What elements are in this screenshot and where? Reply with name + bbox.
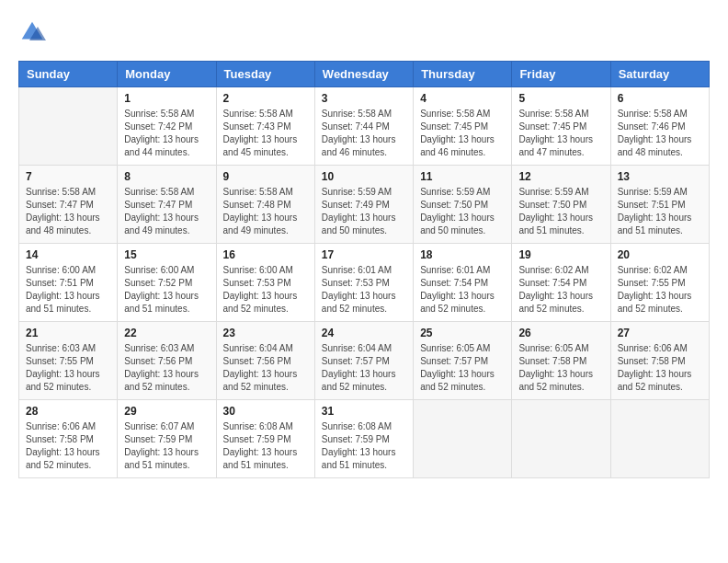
calendar-week-row: 1Sunrise: 5:58 AM Sunset: 7:42 PM Daylig… [19, 87, 710, 166]
day-of-week-header: Tuesday [216, 62, 314, 87]
calendar-table: SundayMondayTuesdayWednesdayThursdayFrid… [18, 61, 710, 478]
calendar-day-cell: 15Sunrise: 6:00 AM Sunset: 7:52 PM Dayli… [118, 244, 216, 322]
day-number: 2 [223, 92, 308, 105]
day-number: 28 [26, 405, 110, 418]
day-number: 6 [618, 92, 702, 105]
day-details: Sunrise: 6:01 AM Sunset: 7:54 PM Dayligh… [420, 264, 505, 316]
day-number: 24 [322, 327, 406, 339]
day-details: Sunrise: 5:58 AM Sunset: 7:48 PM Dayligh… [223, 186, 308, 237]
day-details: Sunrise: 6:05 AM Sunset: 7:58 PM Dayligh… [518, 342, 603, 394]
day-number: 22 [124, 327, 209, 339]
day-details: Sunrise: 5:59 AM Sunset: 7:49 PM Dayligh… [322, 186, 406, 237]
day-details: Sunrise: 6:08 AM Sunset: 7:59 PM Dayligh… [322, 420, 406, 472]
calendar-day-cell: 20Sunrise: 6:02 AM Sunset: 7:55 PM Dayli… [610, 244, 709, 322]
day-of-week-header: Sunday [19, 62, 118, 87]
day-details: Sunrise: 5:58 AM Sunset: 7:45 PM Dayligh… [518, 108, 603, 159]
day-details: Sunrise: 6:00 AM Sunset: 7:53 PM Dayligh… [223, 264, 308, 316]
day-number: 31 [322, 405, 406, 418]
day-number: 9 [223, 170, 308, 183]
calendar-day-cell: 23Sunrise: 6:04 AM Sunset: 7:56 PM Dayli… [216, 322, 314, 400]
day-number: 26 [518, 327, 603, 339]
calendar-day-cell: 3Sunrise: 5:58 AM Sunset: 7:44 PM Daylig… [314, 87, 413, 166]
day-number: 29 [124, 405, 209, 418]
day-number: 17 [322, 248, 406, 261]
page-header [18, 18, 710, 46]
day-details: Sunrise: 5:58 AM Sunset: 7:47 PM Dayligh… [124, 186, 209, 237]
calendar-day-cell: 14Sunrise: 6:00 AM Sunset: 7:51 PM Dayli… [19, 244, 118, 322]
calendar-day-cell: 16Sunrise: 6:00 AM Sunset: 7:53 PM Dayli… [216, 244, 314, 322]
day-details: Sunrise: 6:00 AM Sunset: 7:52 PM Dayligh… [124, 264, 209, 316]
day-details: Sunrise: 6:03 AM Sunset: 7:56 PM Dayligh… [124, 342, 209, 394]
calendar-day-cell: 22Sunrise: 6:03 AM Sunset: 7:56 PM Dayli… [118, 322, 216, 400]
calendar-day-cell: 10Sunrise: 5:59 AM Sunset: 7:49 PM Dayli… [314, 166, 413, 244]
day-number: 3 [322, 92, 406, 105]
calendar-day-cell: 19Sunrise: 6:02 AM Sunset: 7:54 PM Dayli… [512, 244, 610, 322]
day-number: 12 [518, 170, 603, 183]
calendar-day-cell: 12Sunrise: 5:59 AM Sunset: 7:50 PM Dayli… [512, 166, 610, 244]
calendar-day-cell [610, 400, 709, 478]
day-number: 10 [322, 170, 406, 183]
day-details: Sunrise: 5:59 AM Sunset: 7:50 PM Dayligh… [518, 186, 603, 237]
day-details: Sunrise: 6:06 AM Sunset: 7:58 PM Dayligh… [618, 342, 702, 394]
day-details: Sunrise: 6:06 AM Sunset: 7:58 PM Dayligh… [26, 420, 110, 472]
day-number: 16 [223, 248, 308, 261]
calendar-day-cell: 26Sunrise: 6:05 AM Sunset: 7:58 PM Dayli… [512, 322, 610, 400]
day-details: Sunrise: 5:58 AM Sunset: 7:46 PM Dayligh… [618, 108, 702, 159]
calendar-day-cell [512, 400, 610, 478]
day-number: 13 [618, 170, 702, 183]
calendar-day-cell: 7Sunrise: 5:58 AM Sunset: 7:47 PM Daylig… [19, 166, 118, 244]
day-details: Sunrise: 6:08 AM Sunset: 7:59 PM Dayligh… [223, 420, 308, 472]
day-details: Sunrise: 5:59 AM Sunset: 7:50 PM Dayligh… [420, 186, 505, 237]
day-details: Sunrise: 6:02 AM Sunset: 7:54 PM Dayligh… [518, 264, 603, 316]
logo [18, 18, 50, 46]
day-details: Sunrise: 5:58 AM Sunset: 7:47 PM Dayligh… [26, 186, 110, 237]
calendar-day-cell: 31Sunrise: 6:08 AM Sunset: 7:59 PM Dayli… [314, 400, 413, 478]
calendar-week-row: 21Sunrise: 6:03 AM Sunset: 7:55 PM Dayli… [19, 322, 710, 400]
day-details: Sunrise: 6:03 AM Sunset: 7:55 PM Dayligh… [26, 342, 110, 394]
day-details: Sunrise: 6:07 AM Sunset: 7:59 PM Dayligh… [124, 420, 209, 472]
day-details: Sunrise: 5:58 AM Sunset: 7:44 PM Dayligh… [322, 108, 406, 159]
calendar-day-cell: 8Sunrise: 5:58 AM Sunset: 7:47 PM Daylig… [118, 166, 216, 244]
day-number: 21 [26, 327, 110, 339]
day-details: Sunrise: 6:04 AM Sunset: 7:56 PM Dayligh… [223, 342, 308, 394]
calendar-day-cell: 4Sunrise: 5:58 AM Sunset: 7:45 PM Daylig… [414, 87, 512, 166]
calendar-day-cell: 17Sunrise: 6:01 AM Sunset: 7:53 PM Dayli… [314, 244, 413, 322]
calendar-day-cell: 13Sunrise: 5:59 AM Sunset: 7:51 PM Dayli… [610, 166, 709, 244]
calendar-day-cell: 30Sunrise: 6:08 AM Sunset: 7:59 PM Dayli… [216, 400, 314, 478]
day-number: 18 [420, 248, 505, 261]
day-details: Sunrise: 6:00 AM Sunset: 7:51 PM Dayligh… [26, 264, 110, 316]
day-number: 8 [124, 170, 209, 183]
calendar-day-cell: 24Sunrise: 6:04 AM Sunset: 7:57 PM Dayli… [314, 322, 413, 400]
calendar-week-row: 28Sunrise: 6:06 AM Sunset: 7:58 PM Dayli… [19, 400, 710, 478]
day-of-week-header: Wednesday [314, 62, 413, 87]
day-of-week-header: Friday [512, 62, 610, 87]
day-number: 11 [420, 170, 505, 183]
day-of-week-header: Saturday [610, 62, 709, 87]
day-number: 14 [26, 248, 110, 261]
calendar-day-cell: 18Sunrise: 6:01 AM Sunset: 7:54 PM Dayli… [414, 244, 512, 322]
day-details: Sunrise: 6:05 AM Sunset: 7:57 PM Dayligh… [420, 342, 505, 394]
day-details: Sunrise: 6:01 AM Sunset: 7:53 PM Dayligh… [322, 264, 406, 316]
calendar-day-cell: 11Sunrise: 5:59 AM Sunset: 7:50 PM Dayli… [414, 166, 512, 244]
calendar-day-cell [414, 400, 512, 478]
calendar-day-cell: 28Sunrise: 6:06 AM Sunset: 7:58 PM Dayli… [19, 400, 118, 478]
day-of-week-header: Thursday [414, 62, 512, 87]
day-details: Sunrise: 6:04 AM Sunset: 7:57 PM Dayligh… [322, 342, 406, 394]
day-details: Sunrise: 5:58 AM Sunset: 7:45 PM Dayligh… [420, 108, 505, 159]
logo-icon [18, 18, 46, 46]
calendar-header-row: SundayMondayTuesdayWednesdayThursdayFrid… [19, 62, 710, 87]
day-details: Sunrise: 5:58 AM Sunset: 7:43 PM Dayligh… [223, 108, 308, 159]
day-number: 20 [618, 248, 702, 261]
calendar-day-cell: 2Sunrise: 5:58 AM Sunset: 7:43 PM Daylig… [216, 87, 314, 166]
day-details: Sunrise: 6:02 AM Sunset: 7:55 PM Dayligh… [618, 264, 702, 316]
day-of-week-header: Monday [118, 62, 216, 87]
day-number: 27 [618, 327, 702, 339]
calendar-day-cell: 5Sunrise: 5:58 AM Sunset: 7:45 PM Daylig… [512, 87, 610, 166]
day-number: 1 [124, 92, 209, 105]
day-number: 23 [223, 327, 308, 339]
day-number: 4 [420, 92, 505, 105]
calendar-day-cell [19, 87, 118, 166]
calendar-day-cell: 6Sunrise: 5:58 AM Sunset: 7:46 PM Daylig… [610, 87, 709, 166]
day-details: Sunrise: 5:58 AM Sunset: 7:42 PM Dayligh… [124, 108, 209, 159]
calendar-day-cell: 1Sunrise: 5:58 AM Sunset: 7:42 PM Daylig… [118, 87, 216, 166]
